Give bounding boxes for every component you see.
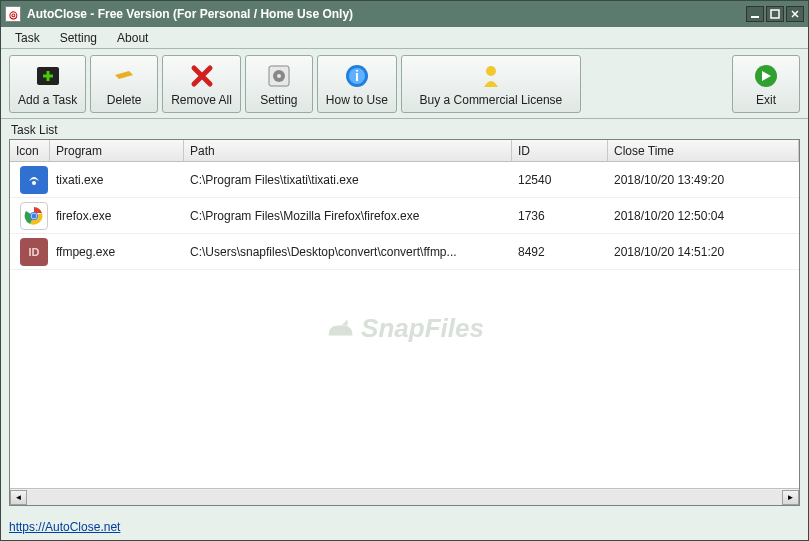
cell-path: C:\Program Files\tixati\tixati.exe <box>184 170 512 190</box>
info-icon: i <box>342 61 372 91</box>
task-list-label: Task List <box>9 123 800 137</box>
cell-time: 2018/10/20 13:49:20 <box>608 170 799 190</box>
add-task-label: Add a Task <box>18 93 77 107</box>
id-icon: ID <box>20 238 48 266</box>
window-title: AutoClose - Free Version (For Personal /… <box>27 7 746 21</box>
table-row[interactable]: ID ffmpeg.exe C:\Users\snapfiles\Desktop… <box>10 234 799 270</box>
minimize-button[interactable] <box>746 6 764 22</box>
website-link[interactable]: https://AutoClose.net <box>9 520 120 534</box>
remove-all-label: Remove All <box>171 93 232 107</box>
svg-point-5 <box>277 74 281 78</box>
remove-all-icon <box>187 61 217 91</box>
svg-rect-0 <box>751 16 759 18</box>
exit-icon <box>751 61 781 91</box>
remove-all-button[interactable]: Remove All <box>162 55 241 113</box>
header-icon[interactable]: Icon <box>10 140 50 161</box>
list-body: tixati.exe C:\Program Files\tixati\tixat… <box>10 162 799 488</box>
list-header: Icon Program Path ID Close Time <box>10 140 799 162</box>
add-task-button[interactable]: Add a Task <box>9 55 86 113</box>
delete-button[interactable]: Delete <box>90 55 158 113</box>
exit-label: Exit <box>756 93 776 107</box>
svg-text:ID: ID <box>29 246 40 258</box>
maximize-button[interactable] <box>766 6 784 22</box>
how-to-use-label: How to Use <box>326 93 388 107</box>
scroll-left-button[interactable]: ◄ <box>10 490 27 505</box>
app-icon: ◎ <box>5 6 21 22</box>
app-window: ◎ AutoClose - Free Version (For Personal… <box>0 0 809 541</box>
buy-icon <box>476 61 506 91</box>
menu-task[interactable]: Task <box>5 29 50 47</box>
cell-id: 12540 <box>512 170 608 190</box>
header-path[interactable]: Path <box>184 140 512 161</box>
scroll-track[interactable] <box>27 490 782 505</box>
setting-label: Setting <box>260 93 297 107</box>
buy-label: Buy a Commercial License <box>420 93 563 107</box>
menu-about[interactable]: About <box>107 29 158 47</box>
cell-id: 8492 <box>512 242 608 262</box>
content-area: Task List Icon Program Path ID Close Tim… <box>1 119 808 514</box>
chrome-icon <box>20 202 48 230</box>
watermark: SnapFiles <box>325 313 484 344</box>
cell-program: ffmpeg.exe <box>50 242 184 262</box>
svg-point-11 <box>32 181 36 185</box>
setting-button[interactable]: Setting <box>245 55 313 113</box>
cell-time: 2018/10/20 14:51:20 <box>608 242 799 262</box>
how-to-use-button[interactable]: i How to Use <box>317 55 397 113</box>
cell-path: C:\Program Files\Mozilla Firefox\firefox… <box>184 206 512 226</box>
footer: https://AutoClose.net <box>1 514 808 540</box>
setting-icon <box>264 61 294 91</box>
delete-label: Delete <box>107 93 142 107</box>
cell-program: firefox.exe <box>50 206 184 226</box>
svg-point-9 <box>486 66 496 76</box>
cell-time: 2018/10/20 12:50:04 <box>608 206 799 226</box>
header-program[interactable]: Program <box>50 140 184 161</box>
add-task-icon <box>33 61 63 91</box>
cell-program: tixati.exe <box>50 170 184 190</box>
menu-setting[interactable]: Setting <box>50 29 107 47</box>
maximize-icon <box>770 9 780 19</box>
close-button[interactable] <box>786 6 804 22</box>
svg-text:i: i <box>355 68 359 84</box>
svg-rect-1 <box>771 10 779 18</box>
toolbar: Add a Task Delete Remove All Setting i H… <box>1 49 808 119</box>
tixati-icon <box>20 166 48 194</box>
delete-icon <box>109 61 139 91</box>
minimize-icon <box>750 9 760 19</box>
table-row[interactable]: tixati.exe C:\Program Files\tixati\tixat… <box>10 162 799 198</box>
exit-button[interactable]: Exit <box>732 55 800 113</box>
cell-path: C:\Users\snapfiles\Desktop\convert\conve… <box>184 242 512 262</box>
task-list: Icon Program Path ID Close Time tixati.e… <box>9 139 800 506</box>
table-row[interactable]: firefox.exe C:\Program Files\Mozilla Fir… <box>10 198 799 234</box>
header-id[interactable]: ID <box>512 140 608 161</box>
menubar: Task Setting About <box>1 27 808 49</box>
scroll-right-button[interactable]: ► <box>782 490 799 505</box>
close-icon <box>790 9 800 19</box>
cell-id: 1736 <box>512 206 608 226</box>
horizontal-scrollbar[interactable]: ◄ ► <box>10 488 799 505</box>
header-close-time[interactable]: Close Time <box>608 140 799 161</box>
svg-point-15 <box>32 213 37 218</box>
window-controls <box>746 6 804 22</box>
buy-license-button[interactable]: Buy a Commercial License <box>401 55 581 113</box>
titlebar: ◎ AutoClose - Free Version (For Personal… <box>1 1 808 27</box>
